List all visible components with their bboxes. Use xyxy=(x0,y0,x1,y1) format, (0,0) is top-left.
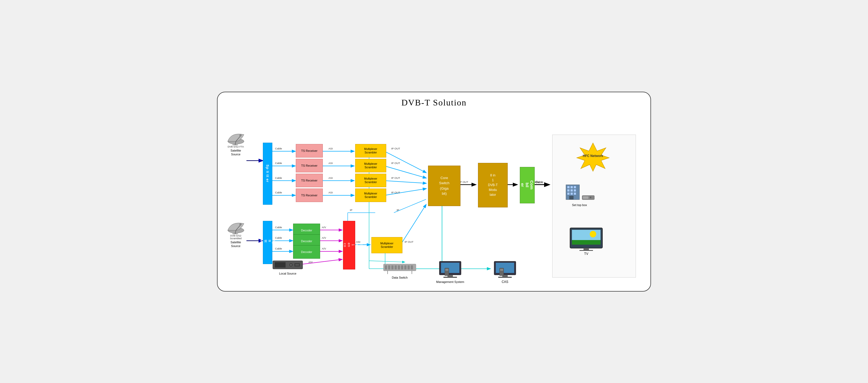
combiler-box: Combiler xyxy=(520,167,535,203)
svg-text:IP OUT: IP OUT xyxy=(391,191,400,194)
cas-area: CAS xyxy=(493,260,517,284)
svg-line-60 xyxy=(369,260,405,262)
satellite-sublabel-bottom: DVB-S/S2Scrambled xyxy=(230,234,242,240)
svg-rect-85 xyxy=(569,196,574,200)
svg-rect-105 xyxy=(391,265,394,269)
svg-text:A/V: A/V xyxy=(322,247,326,250)
main-container: DVB-T Solution xyxy=(217,92,651,292)
mux-scrambler-1: MultiplexerScrambler xyxy=(355,144,386,158)
ts-receiver-4: TS Receiver xyxy=(296,189,323,202)
svg-text:ASI: ASI xyxy=(329,191,333,194)
svg-text:ASI: ASI xyxy=(329,176,333,179)
hfc-network-shape: HFC Network xyxy=(566,140,620,172)
svg-text:Cable: Cable xyxy=(275,191,282,194)
encoder-box: 8in1encoder xyxy=(343,221,355,269)
svg-text:IP OUT: IP OUT xyxy=(391,176,400,179)
svg-rect-110 xyxy=(408,265,410,269)
satellite-source-top: DVB-S/S2 FTA SatelliteSource xyxy=(226,129,246,156)
ts-receiver-1: TS Receiver xyxy=(296,144,323,158)
svg-point-93 xyxy=(590,231,596,237)
satellite-sublabel-top: DVB-S/S2 FTA xyxy=(228,146,244,148)
satellite-label-bottom: SatelliteSource xyxy=(230,240,241,248)
mux-scrambler-4: MultiplexerScrambler xyxy=(355,189,386,202)
svg-rect-117 xyxy=(443,277,457,278)
svg-rect-103 xyxy=(385,265,387,269)
svg-text:IP OUT: IP OUT xyxy=(391,162,400,164)
svg-rect-92 xyxy=(572,240,600,245)
svg-line-38 xyxy=(298,259,342,264)
page-title: DVB-T Solution xyxy=(223,98,645,107)
svg-rect-125 xyxy=(500,269,503,271)
mux-scrambler-3: MultiplexerScrambler xyxy=(355,174,386,187)
svg-text:IP OUT: IP OUT xyxy=(391,147,400,150)
splitter-top: Sp li tt er xyxy=(263,143,272,205)
svg-text:HFC Network: HFC Network xyxy=(583,154,603,158)
svg-text:A/V: A/V xyxy=(322,225,326,228)
local-source-svg xyxy=(272,259,304,271)
svg-rect-78 xyxy=(574,186,576,188)
svg-rect-80 xyxy=(570,189,573,191)
svg-rect-84 xyxy=(574,193,576,195)
output-area: HFC Network xyxy=(552,135,636,278)
svg-rect-121 xyxy=(496,263,514,273)
svg-point-99 xyxy=(290,264,292,266)
data-switch-label: Data Switch xyxy=(382,276,417,279)
dvbt-modulator: 8 in1DVB-TModulator xyxy=(478,163,508,208)
svg-point-65 xyxy=(239,134,242,136)
svg-rect-94 xyxy=(584,248,589,250)
svg-text:ASI: ASI xyxy=(329,147,333,150)
svg-text:Cable: Cable xyxy=(275,225,282,228)
svg-rect-82 xyxy=(567,193,569,195)
svg-rect-83 xyxy=(570,193,573,195)
svg-text:Cable: Cable xyxy=(275,176,282,179)
data-switch-area: Data Switch xyxy=(382,263,417,279)
svg-rect-115 xyxy=(441,263,459,273)
hfc-network-svg: HFC Network xyxy=(566,140,620,172)
svg-rect-101 xyxy=(295,264,299,266)
svg-line-45 xyxy=(394,199,426,213)
svg-text:A/V: A/V xyxy=(322,236,326,239)
satellite-icon-bottom xyxy=(226,218,246,234)
svg-rect-104 xyxy=(388,265,390,269)
cas-svg xyxy=(493,260,517,279)
satellite-icon-top xyxy=(226,129,246,146)
svg-rect-76 xyxy=(567,186,569,188)
svg-rect-77 xyxy=(570,186,573,188)
svg-rect-123 xyxy=(498,277,512,278)
satellite-label-top: SatelliteSource xyxy=(230,149,241,156)
svg-point-70 xyxy=(239,223,242,225)
svg-line-47 xyxy=(401,204,426,244)
svg-rect-81 xyxy=(574,189,576,191)
svg-point-88 xyxy=(590,197,591,198)
set-top-box-area: Set top box xyxy=(563,183,596,206)
svg-rect-119 xyxy=(445,269,448,271)
tv-svg xyxy=(569,227,604,251)
tv-area: TV xyxy=(569,227,604,256)
ts-receiver-2: TS Receiver xyxy=(296,159,323,172)
set-top-box-svg xyxy=(563,183,596,202)
cable-label-output: Cable xyxy=(535,181,543,184)
svg-line-20 xyxy=(384,166,426,178)
management-system-label: Management System xyxy=(436,280,464,284)
decoder-3: Decoder xyxy=(293,245,320,259)
svg-text:Cable: Cable xyxy=(275,236,282,239)
splitter-bottom: Splitter xyxy=(263,221,272,264)
svg-rect-107 xyxy=(398,265,400,269)
ts-receiver-3: TS Receiver xyxy=(296,174,323,187)
data-switch-svg xyxy=(382,263,417,275)
svg-text:Cable: Cable xyxy=(275,162,282,164)
svg-line-18 xyxy=(384,151,426,172)
core-switch: CoreSwitch(Gigabit) xyxy=(428,166,460,206)
svg-text:A/V: A/V xyxy=(309,260,313,263)
management-system-area: Management System xyxy=(436,260,464,284)
svg-text:Cable: Cable xyxy=(275,247,282,250)
local-source-area: Local Source xyxy=(272,259,304,275)
cas-label: CAS xyxy=(493,280,517,284)
svg-text:IP: IP xyxy=(397,208,399,211)
svg-line-24 xyxy=(384,189,426,195)
mux-scrambler-2: MultiplexerScrambler xyxy=(355,159,386,172)
svg-rect-95 xyxy=(580,250,593,251)
mux-scrambler-bottom: MultiplexerScrambler xyxy=(371,237,402,253)
svg-text:IP: IP xyxy=(350,208,352,211)
svg-text:Cable: Cable xyxy=(275,147,282,150)
